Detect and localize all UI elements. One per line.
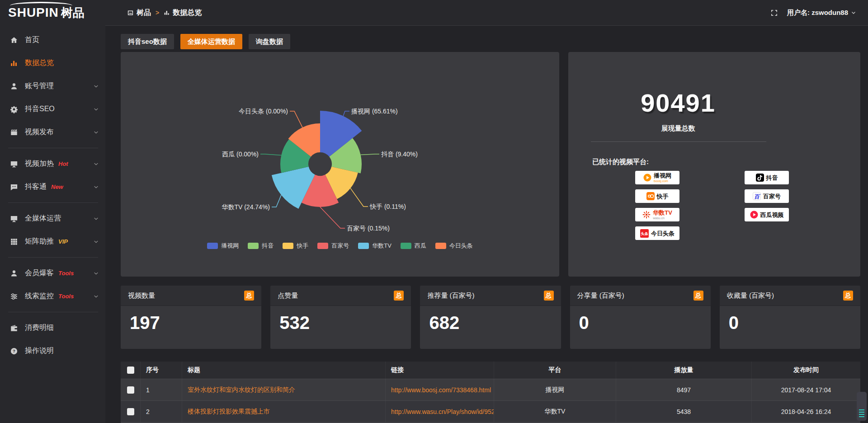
select-all-checkbox[interactable] (127, 367, 134, 374)
sidebar-item-2[interactable]: 数据总览 (0, 52, 105, 75)
cell-platform: 播视网 (494, 379, 616, 400)
user-menu[interactable]: 用户名: zswodun88 (787, 9, 856, 17)
legend-item-6[interactable]: 西瓜 (401, 242, 426, 250)
sidebar-item-13[interactable]: ?操作说明 (0, 339, 105, 362)
col-header-title: 标题 (182, 362, 386, 379)
menu-tag: New (51, 183, 63, 190)
platform-badge-7: 西瓜视频 (745, 208, 789, 221)
tab-1[interactable]: 抖音seo数据 (121, 34, 174, 49)
baijiahao-logo: 百 (753, 192, 761, 200)
pie-label: 抖音 (9.40%) (381, 150, 418, 158)
bar-chart-icon (9, 59, 19, 67)
legend-item-1[interactable]: 播视网 (207, 242, 239, 250)
video-url-link[interactable]: http://www.wasu.cn/Play/show/id/952... (391, 408, 494, 415)
menu-tag: Tools (58, 270, 74, 277)
chat-icon (9, 183, 19, 191)
sidebar-item-label: 消费明细 (25, 323, 54, 333)
platform-column-2: 抖音百百家号西瓜视频 (745, 171, 789, 221)
sidebar-item-3[interactable]: 账号管理 (0, 75, 105, 98)
video-title-link[interactable]: 室外水纹灯和室内水纹灯的区别和简介 (188, 386, 295, 394)
table-row-1: 1室外水纹灯和室内水纹灯的区别和简介http://www.boosj.com/7… (121, 379, 860, 400)
sidebar-divider (8, 148, 98, 148)
breadcrumb-root[interactable]: 树品 (127, 8, 151, 18)
total-badge: 总 (394, 291, 404, 301)
platform-column-1: 播视网boosj.com快手华数TVwasu.cn头条今日头条 (635, 171, 679, 240)
stat-cards: 视频数量总197点赞量总532推荐量 (百家号)总682分享量 (百家号)总0收… (121, 286, 860, 349)
sidebar-item-10[interactable]: 会员爆客Tools (0, 262, 105, 285)
cell-plays: 8497 (616, 379, 752, 400)
cell-index: 2 (141, 401, 182, 422)
floating-widget[interactable] (857, 392, 867, 421)
total-impressions-label: 展现量总数 (568, 124, 788, 133)
platform-badge-2: 快手 (635, 189, 679, 203)
chevron-down-icon (93, 270, 99, 276)
sidebar-item-label: 全媒体运营 (25, 214, 61, 223)
legend-label: 百家号 (331, 242, 349, 250)
stat-card-header: 视频数量总 (121, 286, 261, 306)
table-header: 序号 标题 链接 平台 播放量 发布时间 (121, 362, 860, 379)
breadcrumb: 树品 > 数据总览 (127, 8, 202, 18)
sidebar: 首页数据总览账号管理抖音SEO视频发布视频加热Hot抖客通New全媒体运营矩阵助… (0, 26, 105, 423)
chevron-down-icon (93, 83, 99, 89)
total-badge: 总 (843, 291, 853, 301)
wallet-icon (9, 324, 19, 332)
sidebar-item-7[interactable]: 抖客通New (0, 175, 105, 198)
cell-time: 2017-08-24 17:04 (752, 379, 860, 400)
legend-label: 播视网 (221, 242, 239, 250)
sidebar-item-5[interactable]: 视频发布 (0, 121, 105, 144)
screen-icon (9, 215, 19, 223)
platform-name: 华数TV (653, 210, 672, 216)
breadcrumb-current[interactable]: 数据总览 (164, 8, 202, 18)
fullscreen-icon[interactable] (770, 9, 778, 17)
logo-arc (10, 2, 72, 9)
legend-item-4[interactable]: 百家号 (317, 242, 349, 250)
sidebar-item-label: 视频发布 (25, 127, 54, 137)
legend-item-7[interactable]: 今日头条 (435, 242, 473, 250)
stat-card-label: 点赞量 (278, 291, 298, 300)
total-badge: 总 (693, 291, 703, 301)
row-checkbox[interactable] (127, 386, 134, 394)
sidebar-item-12[interactable]: 消费明细 (0, 316, 105, 339)
sidebar-item-1[interactable]: 首页 (0, 28, 105, 52)
tab-2[interactable]: 全媒体运营数据 (180, 34, 242, 49)
stat-card-value: 682 (429, 313, 459, 333)
sidebar-divider (8, 202, 98, 203)
platform-name: 抖音 (766, 175, 778, 181)
col-header-index: 序号 (141, 362, 182, 379)
platform-badge-6: 百百家号 (745, 189, 789, 203)
member-icon (9, 269, 19, 277)
platform-badge-5: 抖音 (745, 171, 789, 184)
pie-label: 西瓜 (0.00%) (222, 150, 259, 158)
legend-item-2[interactable]: 抖音 (248, 242, 274, 250)
legend-label: 快手 (297, 242, 308, 250)
stat-card-value: 0 (579, 313, 589, 333)
legend-swatch (317, 243, 328, 249)
cell-index: 1 (141, 379, 182, 400)
pie-label: 播视网 (65.61%) (351, 108, 398, 115)
question-icon: ? (9, 347, 19, 355)
legend-item-5[interactable]: 华数TV (358, 242, 392, 250)
stat-card-header: 推荐量 (百家号)总 (420, 286, 561, 306)
sidebar-item-8[interactable]: 全媒体运营 (0, 207, 105, 230)
pie-label: 今日头条 (0.00%) (239, 108, 288, 115)
sidebar-item-label: 数据总览 (25, 58, 54, 68)
row-checkbox[interactable] (127, 408, 134, 415)
grid-icon (9, 238, 19, 246)
legend-item-3[interactable]: 快手 (283, 242, 308, 250)
video-title-link[interactable]: 楼体投影灯投影效果震撼上市 (188, 408, 270, 416)
stat-card-label: 推荐量 (百家号) (427, 291, 474, 300)
sidebar-item-4[interactable]: 抖音SEO (0, 98, 105, 121)
topbar: SHUPIN 树品 树品 > 数据总览 用户 (0, 0, 868, 26)
menu-tag: Hot (58, 160, 68, 167)
stat-card-1: 视频数量总197 (121, 286, 261, 349)
table-row-2: 2楼体投影灯投影效果震撼上市http://www.wasu.cn/Play/sh… (121, 400, 860, 422)
total-impressions-value: 90491 (568, 88, 788, 118)
stat-card-label: 收藏量 (百家号) (727, 291, 774, 300)
sidebar-item-11[interactable]: 线索监控Tools (0, 285, 105, 308)
chevron-down-icon (851, 10, 856, 15)
video-url-link[interactable]: http://www.boosj.com/7338468.html (391, 386, 491, 394)
tab-3[interactable]: 询盘数据 (249, 34, 290, 49)
sidebar-item-9[interactable]: 矩阵助推VIP (0, 230, 105, 253)
legend-swatch (401, 243, 411, 249)
sidebar-item-6[interactable]: 视频加热Hot (0, 152, 105, 175)
